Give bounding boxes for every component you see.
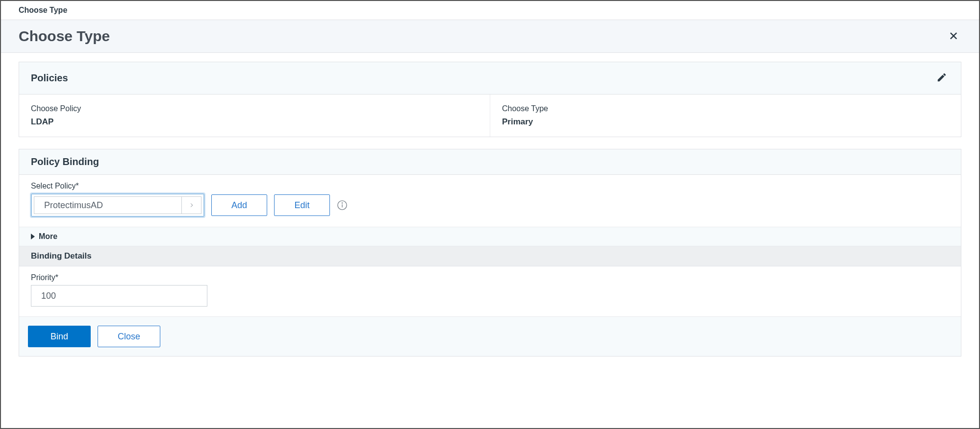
footer-buttons: Bind Close xyxy=(19,317,961,356)
policies-title: Policies xyxy=(31,72,68,84)
choose-type-label: Choose Type xyxy=(502,104,949,113)
more-expander[interactable]: More xyxy=(19,227,961,246)
close-icon[interactable]: ✕ xyxy=(946,29,961,43)
priority-input[interactable] xyxy=(31,285,207,307)
edit-button[interactable]: Edit xyxy=(274,194,330,216)
choose-policy-value: LDAP xyxy=(31,117,478,127)
select-policy-label: Select Policy* xyxy=(31,182,949,191)
policies-panel: Policies Choose Policy LDAP Choose Type … xyxy=(19,62,961,137)
priority-label: Priority* xyxy=(31,273,949,282)
svg-point-2 xyxy=(342,203,342,203)
policy-binding-title: Policy Binding xyxy=(19,149,961,175)
choose-type-block: Choose Type Primary xyxy=(490,95,961,137)
binding-details-title: Binding Details xyxy=(19,246,961,266)
page-header: Choose Type ✕ xyxy=(1,20,979,53)
more-label: More xyxy=(39,232,57,241)
close-button[interactable]: Close xyxy=(98,326,160,347)
bind-button[interactable]: Bind xyxy=(28,326,91,347)
choose-policy-label: Choose Policy xyxy=(31,104,478,113)
page-title: Choose Type xyxy=(19,28,110,45)
policy-binding-panel: Policy Binding Select Policy* Add Edit xyxy=(19,149,961,357)
select-policy-input-focus-ring xyxy=(31,193,204,217)
choose-type-value: Primary xyxy=(502,117,949,127)
edit-policies-icon[interactable] xyxy=(934,70,949,86)
select-policy-input[interactable] xyxy=(34,197,181,214)
choose-policy-block: Choose Policy LDAP xyxy=(19,95,490,137)
select-policy-combo[interactable] xyxy=(34,196,201,214)
caret-right-icon xyxy=(31,234,35,239)
breadcrumb: Choose Type xyxy=(1,1,979,20)
info-icon[interactable] xyxy=(337,200,348,211)
add-button[interactable]: Add xyxy=(211,194,267,216)
select-policy-dropdown-icon[interactable] xyxy=(181,197,201,214)
